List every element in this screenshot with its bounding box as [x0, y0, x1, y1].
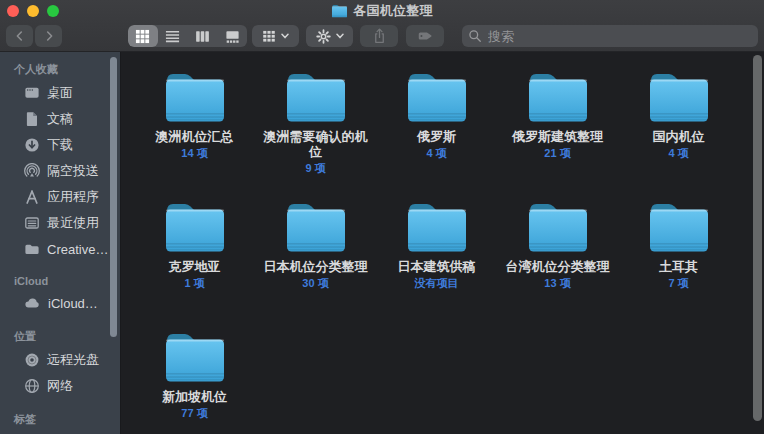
sidebar-item-recents[interactable]: 最近使用 [0, 210, 120, 236]
folder-icon [405, 70, 469, 124]
icon-grid: 澳洲机位汇总 14 项 澳洲需要确认的机位 9 项 俄罗斯 4 项 俄罗斯建筑整… [122, 52, 744, 434]
back-button[interactable] [6, 25, 33, 47]
sidebar-item-documents[interactable]: 文稿 [0, 106, 120, 132]
search-field [462, 25, 758, 47]
folder-item[interactable]: 澳洲需要确认的机位 9 项 [255, 64, 376, 194]
desktop-icon [24, 85, 40, 101]
sidebar-item-label: 桌面 [47, 84, 73, 102]
gear-icon [316, 29, 331, 44]
share-button[interactable] [360, 25, 398, 47]
folder-name: 俄罗斯 [381, 129, 493, 144]
forward-button[interactable] [35, 25, 62, 47]
sidebar-item-downloads[interactable]: 下载 [0, 132, 120, 158]
list-view-icon [165, 29, 180, 44]
folder-contents: 澳洲机位汇总 14 项 澳洲需要确认的机位 9 项 俄罗斯 4 项 俄罗斯建筑整… [122, 52, 764, 434]
sidebar-item-icloud[interactable]: iCloud… [0, 290, 120, 316]
sidebar-section-favorites: 个人收藏 桌面 文稿 下载 [0, 60, 120, 262]
folder-name: 日本建筑供稿 [381, 259, 493, 274]
applications-icon [24, 189, 40, 205]
folder-item[interactable]: 日本机位分类整理 30 项 [255, 194, 376, 324]
sidebar-item-label: 远程光盘 [47, 351, 99, 369]
sidebar-item-label: 应用程序 [47, 188, 99, 206]
folder-item[interactable]: 台湾机位分类整理 13 项 [497, 194, 618, 324]
sidebar-item-label: Creative… [47, 242, 108, 257]
folder-item-count: 21 项 [544, 146, 570, 161]
folder-item[interactable]: 日本建筑供稿 没有项目 [376, 194, 497, 324]
folder-icon [24, 241, 40, 257]
folder-item[interactable]: 国内机位 4 项 [618, 64, 739, 194]
share-icon [372, 28, 387, 44]
folder-icon [526, 70, 590, 124]
folder-icon [647, 200, 711, 254]
columns-view-icon [195, 29, 210, 44]
view-gallery-button[interactable] [217, 25, 247, 47]
folder-icon [163, 70, 227, 124]
folder-item[interactable]: 澳洲机位汇总 14 项 [134, 64, 255, 194]
sidebar: 个人收藏 桌面 文稿 下载 [0, 52, 121, 434]
folder-name: 澳洲机位汇总 [139, 129, 251, 144]
sidebar-item-airdrop[interactable]: 隔空投送 [0, 158, 120, 184]
folder-item-count: 1 项 [184, 276, 204, 291]
folder-name: 新加坡机位 [139, 389, 251, 404]
sidebar-item-applications[interactable]: 应用程序 [0, 184, 120, 210]
content-scrollbar[interactable] [753, 55, 762, 421]
sidebar-item-remote-disc[interactable]: 远程光盘 [0, 347, 120, 373]
folder-item-count: 没有项目 [415, 276, 459, 291]
folder-name: 国内机位 [623, 129, 735, 144]
recents-icon [24, 215, 40, 231]
folder-item[interactable]: 俄罗斯建筑整理 21 项 [497, 64, 618, 194]
download-icon [24, 137, 40, 153]
folder-name: 土耳其 [623, 259, 735, 274]
view-grid-button[interactable] [128, 25, 158, 47]
tags-button[interactable] [406, 25, 444, 47]
folder-item-count: 7 项 [668, 276, 688, 291]
titlebar: 各国机位整理 [0, 0, 764, 21]
folder-item-count: 4 项 [426, 146, 446, 161]
folder-item-count: 13 项 [544, 276, 570, 291]
action-button[interactable] [306, 25, 353, 47]
folder-name: 克罗地亚 [139, 259, 251, 274]
folder-name: 台湾机位分类整理 [502, 259, 614, 274]
search-input[interactable] [486, 28, 752, 45]
sidebar-item-label: 下载 [47, 136, 73, 154]
folder-item-count: 77 项 [181, 406, 207, 421]
blue-folder-icon [331, 4, 348, 18]
view-mode-control [128, 25, 247, 47]
chevron-down-icon [281, 33, 289, 39]
section-header: 个人收藏 [0, 60, 120, 80]
gallery-view-icon [225, 29, 240, 44]
sidebar-scrollbar[interactable] [110, 57, 117, 337]
chevron-left-icon [13, 29, 27, 43]
folder-item-count: 30 项 [302, 276, 328, 291]
sidebar-section-tags: 标签 Red [0, 410, 120, 434]
sidebar-item-network[interactable]: 网络 [0, 373, 120, 399]
group-grid-icon [262, 29, 276, 43]
airdrop-icon [24, 163, 40, 179]
folder-icon [647, 70, 711, 124]
view-list-button[interactable] [158, 25, 188, 47]
document-icon [24, 111, 40, 127]
window-title: 各国机位整理 [353, 2, 432, 20]
sidebar-item-creative[interactable]: Creative… [0, 236, 120, 262]
group-button[interactable] [252, 25, 299, 47]
search-icon [468, 29, 482, 43]
finder-window: 各国机位整理 [0, 0, 764, 434]
sidebar-item-tag-red[interactable]: Red [0, 430, 120, 434]
folder-item[interactable]: 土耳其 7 项 [618, 194, 739, 324]
folder-icon [284, 70, 348, 124]
folder-icon [163, 330, 227, 384]
section-header: iCloud [0, 273, 120, 290]
sidebar-item-label: 隔空投送 [47, 162, 99, 180]
network-icon [24, 378, 40, 394]
view-columns-button[interactable] [188, 25, 218, 47]
chevron-down-icon [336, 33, 344, 39]
folder-item[interactable]: 俄罗斯 4 项 [376, 64, 497, 194]
folder-item-count: 9 项 [305, 161, 325, 176]
folder-item[interactable]: 新加坡机位 77 项 [134, 324, 255, 434]
chevron-right-icon [42, 29, 56, 43]
sidebar-item-desktop[interactable]: 桌面 [0, 80, 120, 106]
grid-view-icon [135, 29, 150, 44]
folder-name: 日本机位分类整理 [260, 259, 372, 274]
sidebar-item-label: 文稿 [47, 110, 73, 128]
folder-item[interactable]: 克罗地亚 1 项 [134, 194, 255, 324]
